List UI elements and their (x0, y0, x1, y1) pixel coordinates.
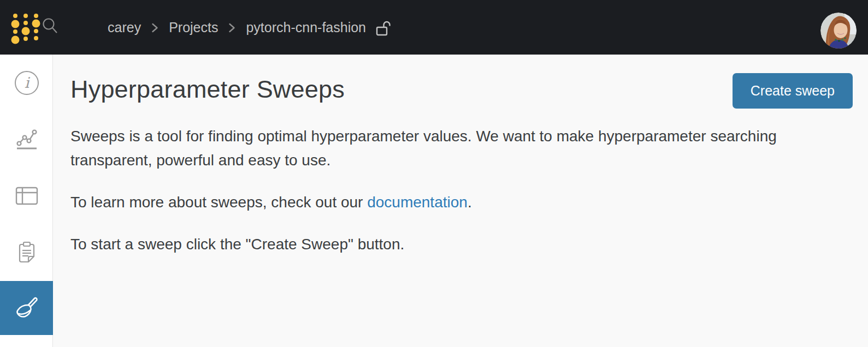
info-icon: i (14, 70, 40, 96)
table-icon (14, 183, 40, 209)
chevron-right-icon (228, 22, 235, 33)
breadcrumb-projects[interactable]: Projects (169, 20, 218, 35)
breadcrumb-entity[interactable]: carey (108, 20, 141, 35)
breadcrumb-project[interactable]: pytorch-cnn-fashion (246, 20, 366, 35)
sidebar: i (0, 55, 53, 347)
chevron-right-icon (151, 22, 158, 33)
avatar[interactable] (820, 13, 857, 49)
breadcrumb: carey Projects pytorch-cnn-fashion (108, 0, 392, 55)
sidebar-item-table[interactable] (0, 167, 53, 225)
wandb-logo[interactable] (9, 10, 43, 45)
svg-text:i: i (24, 74, 30, 91)
docs-text-prefix: To learn more about sweeps, check out ou… (70, 194, 367, 211)
topbar: carey Projects pytorch-cnn-fashion (0, 0, 868, 55)
sidebar-item-reports[interactable] (0, 225, 53, 281)
sidebar-item-charts[interactable] (0, 111, 53, 167)
start-paragraph: To start a sweep click the "Create Sweep… (70, 232, 846, 256)
wandb-logo-dots-icon (9, 10, 43, 45)
broom-icon (13, 295, 40, 322)
docs-paragraph: To learn more about sweeps, check out ou… (70, 190, 846, 214)
main-content: Hyperparameter Sweeps Create sweep Sweep… (54, 55, 868, 347)
sidebar-item-sweeps[interactable] (0, 281, 53, 335)
docs-text-suffix: . (468, 194, 472, 211)
create-sweep-button[interactable]: Create sweep (733, 73, 853, 109)
intro-paragraph: Sweeps is a tool for finding optimal hyp… (70, 124, 846, 172)
documentation-link[interactable]: documentation (367, 194, 468, 211)
page-title: Hyperparameter Sweeps (70, 74, 345, 105)
search-icon (42, 17, 58, 35)
sidebar-item-overview[interactable]: i (0, 55, 53, 111)
clipboard-icon (14, 240, 40, 266)
search-button[interactable] (42, 17, 59, 36)
line-chart-icon (14, 126, 40, 152)
unlock-icon (375, 20, 392, 37)
avatar-photo-icon (820, 13, 857, 49)
